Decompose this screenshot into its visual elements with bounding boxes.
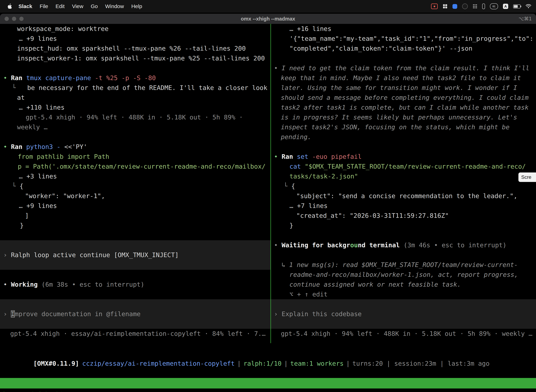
menu-item-file[interactable]: File bbox=[36, 3, 52, 9]
menu-bar-left: Slack File Edit View Go Window Help bbox=[0, 3, 146, 9]
terminal-line bbox=[0, 240, 270, 250]
omx-status-line: [OMX#0.11.9]cczip/essay/ai-reimplementat… bbox=[0, 349, 490, 359]
terminal-line: should send a message before completing … bbox=[271, 93, 536, 103]
terminal-line: at bbox=[0, 93, 270, 103]
tmux-session-name[interactable]: [omx-cczip0:bash* bbox=[2, 388, 63, 392]
separator: | bbox=[282, 360, 290, 367]
terminal-line: workspace_mode: worktree bbox=[0, 24, 270, 34]
omx-version: [OMX#0.11.9] bbox=[33, 360, 79, 367]
terminal-line: … +16 lines bbox=[271, 24, 536, 34]
terminal-line: } bbox=[0, 221, 270, 230]
desktop: Slack File Edit View Go Window Help 61 A bbox=[0, 0, 536, 392]
terminal-line bbox=[0, 230, 270, 240]
terminal-line: ↳ 1 new msg(s): read $OMX_TEAM_STATE_ROO… bbox=[271, 260, 536, 270]
app-dark-icon[interactable] bbox=[462, 4, 468, 9]
sidecar-icon[interactable] bbox=[482, 4, 485, 9]
terminal-line: ] bbox=[0, 211, 270, 221]
omx-session-stats: turns:20 | session:23m | last:3m ago bbox=[352, 360, 490, 367]
terminal-line: "subject": "send a concise recommendatio… bbox=[271, 191, 536, 201]
menu-item-go[interactable]: Go bbox=[87, 3, 101, 9]
terminal-line: p = Path('.omx/state/team/review-current… bbox=[0, 162, 270, 171]
terminal-line: … +9 lines bbox=[0, 34, 270, 44]
terminal-line: gpt-5.4 xhigh · 94% left · 488K in · 5.1… bbox=[271, 329, 536, 339]
terminal-line bbox=[0, 299, 270, 309]
screen-recording-icon[interactable] bbox=[431, 4, 438, 9]
terminal-line bbox=[0, 63, 270, 73]
terminal-line bbox=[271, 142, 536, 152]
dots-grid-icon[interactable] bbox=[473, 4, 477, 9]
separator: | bbox=[234, 360, 243, 367]
window-title: omx --xhigh --madmax bbox=[0, 14, 536, 24]
terminal-line: inspect task2's JSON, focusing on the st… bbox=[271, 122, 536, 132]
terminal-line: pending. bbox=[271, 132, 536, 142]
tmux-status-bar: [omx-cczip0:bash* "MacBook-Pro-44.local"… bbox=[0, 378, 536, 388]
terminal-line bbox=[0, 260, 270, 270]
screen-overlay-button[interactable]: Scre bbox=[518, 173, 536, 182]
terminal-line: • Ran python3 - <<'PY' bbox=[0, 142, 270, 152]
terminal-line: "completed","claim_token":"claim-token"}… bbox=[271, 44, 536, 53]
terminal-line: keep that in mind. Maybe I also need the… bbox=[271, 73, 536, 83]
wifi-icon[interactable] bbox=[526, 4, 531, 9]
terminal-line: continue assigned work or next feasible … bbox=[271, 280, 536, 289]
terminal-line: inspect_hud: omx sparkshell --tmux-pane … bbox=[0, 44, 270, 53]
separator: | bbox=[344, 360, 352, 367]
pane-left[interactable]: workspace_mode: worktree… +9 linesinspec… bbox=[0, 24, 270, 339]
terminal-line: … +7 lines bbox=[271, 201, 536, 211]
grid-icon[interactable] bbox=[443, 4, 448, 9]
menu-item-window[interactable]: Window bbox=[101, 3, 128, 9]
terminal-line: └ be necessary for the end of the README… bbox=[0, 83, 270, 93]
window-titlebar[interactable]: omx --xhigh --madmax ⌥⌘1 bbox=[0, 14, 536, 24]
terminal-line: ⌥ + ↑ edit bbox=[271, 289, 536, 299]
omx-repo: cczip/essay/ai-reimplementation-copyleft bbox=[82, 360, 234, 367]
terminal-line: from pathlib import Path bbox=[0, 152, 270, 162]
terminal-window: omx --xhigh --madmax ⌥⌘1 workspace_mode:… bbox=[0, 14, 536, 392]
terminal-line: • Working (6m 38s • esc to interrupt) bbox=[0, 280, 270, 289]
terminal-line: } bbox=[271, 221, 536, 230]
terminal-line: … +3 lines bbox=[0, 171, 270, 181]
terminal-line: is in progress? It seems likely but perh… bbox=[271, 112, 536, 122]
omx-ralph-counter: ralph:1/10 bbox=[243, 360, 282, 367]
terminal-line bbox=[0, 289, 270, 299]
terminal-line: • Waiting for background terminal (3m 46… bbox=[271, 240, 536, 250]
terminal-line: … +110 lines bbox=[0, 103, 270, 112]
battery-icon[interactable] bbox=[513, 5, 521, 9]
terminal-line: later. Using the same for transition mig… bbox=[271, 83, 536, 93]
terminal-line: └ { bbox=[271, 181, 536, 191]
terminal-line: └ { bbox=[0, 181, 270, 191]
terminal-line bbox=[271, 319, 536, 329]
terminal-line bbox=[271, 299, 536, 309]
menu-app-name[interactable]: Slack bbox=[15, 3, 36, 9]
terminal-line: readme-and-reco/mailbox/worker-1.json, a… bbox=[271, 270, 536, 280]
apple-menu-icon[interactable] bbox=[7, 3, 12, 9]
app-blue-icon[interactable] bbox=[452, 4, 457, 9]
window-shortcut-hint: ⌥⌘1 bbox=[519, 14, 532, 24]
terminal-line bbox=[0, 132, 270, 142]
terminal-line: • I need to get the claim token from the… bbox=[271, 63, 536, 73]
terminal-line: '{"team_name":"my-team","task_id":"1","f… bbox=[271, 34, 536, 44]
menu-item-edit[interactable]: Edit bbox=[52, 3, 68, 9]
terminal-line: inspect_worker-1: omx sparkshell --tmux-… bbox=[0, 53, 270, 63]
prompt-line: › Improve documentation in @filename bbox=[0, 309, 270, 319]
prompt-line: › Ralph loop active continue [OMX_TMUX_I… bbox=[0, 250, 270, 260]
terminal-line bbox=[271, 53, 536, 63]
menu-item-view[interactable]: View bbox=[68, 3, 87, 9]
pane-right[interactable]: … +16 lines'{"team_name":"my-team","task… bbox=[271, 24, 536, 339]
menu-bar: Slack File Edit View Go Window Help 61 A bbox=[0, 0, 536, 13]
terminal-line: • Ran tmux capture-pane -t %25 -p -S -80 bbox=[0, 73, 270, 83]
terminal-line: "worker": "worker-1", bbox=[0, 191, 270, 201]
terminal-line bbox=[271, 250, 536, 260]
terminal-line: task2 after task1 is complete, but can I… bbox=[271, 103, 536, 112]
omx-team-workers: team:1 workers bbox=[290, 360, 344, 367]
terminal-line: tasks/task-2.json" bbox=[271, 171, 536, 181]
terminal-line: gpt-5.4 xhigh · 94% left · 488K in · 5.1… bbox=[0, 112, 270, 122]
terminal-line bbox=[0, 319, 270, 329]
terminal-line: "created_at": "2026-03-31T11:59:27.816Z" bbox=[271, 211, 536, 221]
terminal-content[interactable]: workspace_mode: worktree… +9 linesinspec… bbox=[0, 24, 536, 392]
prompt-line: › Explain this codebase bbox=[271, 309, 536, 319]
terminal-line: weekly … bbox=[0, 122, 270, 132]
input-source-icon[interactable]: A bbox=[503, 4, 508, 9]
battery-percent-badge[interactable]: 61 bbox=[490, 3, 498, 9]
terminal-line: … +9 lines bbox=[0, 201, 270, 211]
terminal-line: cat "$OMX_TEAM_STATE_ROOT/team/review-cu… bbox=[271, 162, 536, 171]
menu-item-help[interactable]: Help bbox=[128, 3, 146, 9]
